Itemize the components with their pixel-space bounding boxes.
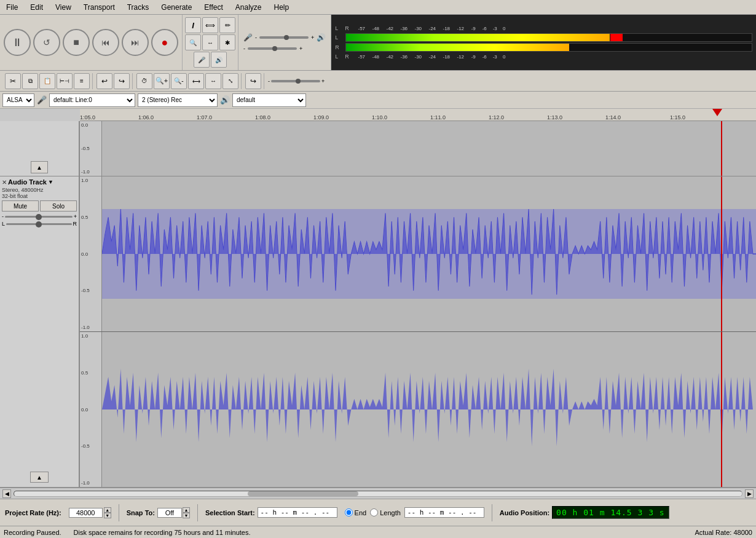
length-radio[interactable] (370, 508, 378, 516)
length-radio-label[interactable]: Length (370, 508, 401, 516)
redo2-button[interactable]: ↪ (245, 73, 261, 89)
track-dropdown-button[interactable]: ▼ (48, 179, 53, 185)
zoom-fit-button[interactable]: ⟷ (188, 73, 204, 89)
scroll-right-button[interactable]: ▶ (745, 489, 754, 498)
track-row-main: ✕ Audio Track ▼ Stereo, 48000Hz 32-bit f… (0, 176, 756, 488)
zoom-sel-button[interactable]: ↔ (205, 73, 221, 89)
gain-minus-label: - (2, 213, 4, 220)
zoom-out-button[interactable]: 🔍- (171, 73, 187, 89)
scrollbar-thumb[interactable] (248, 491, 358, 496)
track-waveform-top[interactable]: 0.0 -0.5 -1.0 (80, 121, 756, 176)
menu-transport[interactable]: Transport (77, 2, 121, 13)
waveform-svg-top (102, 121, 756, 176)
main-layout: File Edit View Transport Tracks Generate… (0, 0, 756, 538)
status-right: Actual Rate: 48000 (695, 529, 752, 536)
project-rate-input[interactable] (69, 508, 103, 518)
rate-down-button[interactable]: ▼ (104, 513, 111, 518)
mute-button[interactable]: Mute (2, 200, 39, 212)
time-icon: ⏱ (136, 73, 152, 89)
redo-button[interactable]: ↪ (114, 73, 130, 89)
upper-toolbars: ⏸ ↺ ■ ⏮ ⏭ ● (0, 15, 756, 109)
solo-button[interactable]: Solo (40, 200, 77, 212)
speaker-icon: 🔊 (220, 95, 230, 105)
selection-start-label: Selection Start: (205, 509, 255, 516)
end-value-input[interactable] (404, 507, 484, 518)
menu-file[interactable]: File (0, 2, 24, 13)
playhead-marker (712, 109, 722, 116)
channel-select[interactable]: 2 (Stereo) Rec (138, 93, 218, 107)
record-button[interactable]: ● (151, 29, 178, 56)
zoom-tracks-button[interactable]: ⤡ (222, 73, 238, 89)
output-device-select[interactable]: default (232, 93, 306, 107)
sep3 (492, 504, 492, 521)
selection-start-input[interactable] (258, 507, 337, 518)
driver-select[interactable]: ALSA (2, 93, 34, 107)
collapse-button-top[interactable]: ▲ (31, 161, 48, 173)
timeshift-tool[interactable]: ↔ (202, 34, 218, 50)
end-radio-label[interactable]: End (345, 508, 367, 516)
track-close-button[interactable]: ✕ (2, 179, 7, 186)
paste-button[interactable]: 📋 (39, 73, 55, 89)
end-radio[interactable] (345, 508, 353, 516)
skip-end-button[interactable]: ⏭ (122, 29, 149, 56)
rate-up-button[interactable]: ▲ (104, 507, 111, 513)
track-name-label: Audio Track (8, 178, 47, 186)
snap-up-button[interactable]: ▲ (183, 507, 190, 513)
skip-start-button[interactable]: ⏮ (92, 29, 119, 56)
status-left: Recording Paused. (4, 529, 61, 536)
selection-tool[interactable]: I (185, 17, 201, 33)
trim-button[interactable]: ⊢⊣ (57, 73, 73, 89)
menu-edit[interactable]: Edit (24, 2, 49, 13)
track-waveform-main[interactable]: 1.0 0.5 0.0 -0.5 -1.0 (80, 176, 756, 487)
menu-analyze[interactable]: Analyze (229, 2, 268, 13)
menu-effect[interactable]: Effect (198, 2, 229, 13)
pause-button[interactable]: ⏸ (4, 29, 31, 56)
collapse-button-main[interactable]: ▲ (30, 472, 49, 483)
track-bitdepth: 32-bit float (2, 193, 77, 199)
zoom-in-button[interactable]: 🔍+ (154, 73, 170, 89)
cut-button[interactable]: ✂ (5, 73, 21, 89)
menu-tracks[interactable]: Tracks (121, 2, 156, 13)
gain-slider-thumb[interactable] (36, 214, 42, 220)
playhead-ch1 (721, 176, 722, 331)
waveform-svg-ch2 (102, 332, 756, 487)
sep2 (197, 504, 198, 521)
audio-position-display: 00 h 01 m 14.5 3 3 s (552, 506, 669, 519)
playhead-top (721, 121, 722, 176)
silence-button[interactable]: ≡ (74, 73, 90, 89)
multi-tool[interactable]: ✱ (219, 34, 235, 50)
timeline-ruler: 1:05.0 1:06.0 1:07.0 1:08.0 1:09.0 1:10.… (80, 109, 756, 121)
svg-rect-0 (102, 121, 756, 176)
stop-button[interactable]: ■ (63, 29, 90, 56)
scroll-left-button[interactable]: ◀ (2, 489, 11, 498)
tracks-container: ▲ 0.0 -0.5 -1.0 (0, 121, 756, 488)
output-gain-icon: 🔊 (211, 52, 227, 68)
menu-view[interactable]: View (49, 2, 77, 13)
copy-button[interactable]: ⧉ (22, 73, 38, 89)
pan-slider-thumb[interactable] (36, 221, 42, 227)
snap-to-input[interactable] (157, 508, 182, 518)
rewind-button[interactable]: ↺ (33, 29, 60, 56)
snap-to-label: Snap To: (127, 509, 155, 516)
snap-down-button[interactable]: ▼ (183, 513, 190, 518)
device-row: ALSA 🎤 default: Line:0 2 (Stereo) Rec 🔊 … (0, 92, 756, 109)
envelope-tool[interactable]: ⟺ (202, 17, 218, 33)
statusbar: Recording Paused. Disk space remains for… (0, 526, 756, 538)
menu-generate[interactable]: Generate (155, 2, 198, 13)
track-format: Stereo, 48000Hz (2, 187, 77, 193)
hscrollbar: ◀ ▶ (0, 488, 756, 499)
status-center: Disk space remains for recording 75 hour… (74, 529, 251, 536)
input-device-select[interactable]: default: Line:0 (49, 93, 135, 107)
pan-row: L R (2, 221, 77, 227)
redo-section2: ↪ (243, 73, 264, 89)
track-header-main: ✕ Audio Track ▼ Stereo, 48000Hz 32-bit f… (0, 176, 80, 487)
scrollbar-track[interactable] (14, 491, 742, 497)
pan-right-label: R (73, 221, 77, 227)
menu-help[interactable]: Help (268, 2, 296, 13)
history-section: ↩ ↪ (94, 73, 133, 89)
pan-left-label: L (2, 221, 5, 227)
draw-tool[interactable]: ✏ (219, 17, 235, 33)
zoom-tool[interactable]: 🔍 (185, 34, 201, 50)
undo-button[interactable]: ↩ (96, 73, 112, 89)
mute-solo-row: Mute Solo (2, 200, 77, 212)
